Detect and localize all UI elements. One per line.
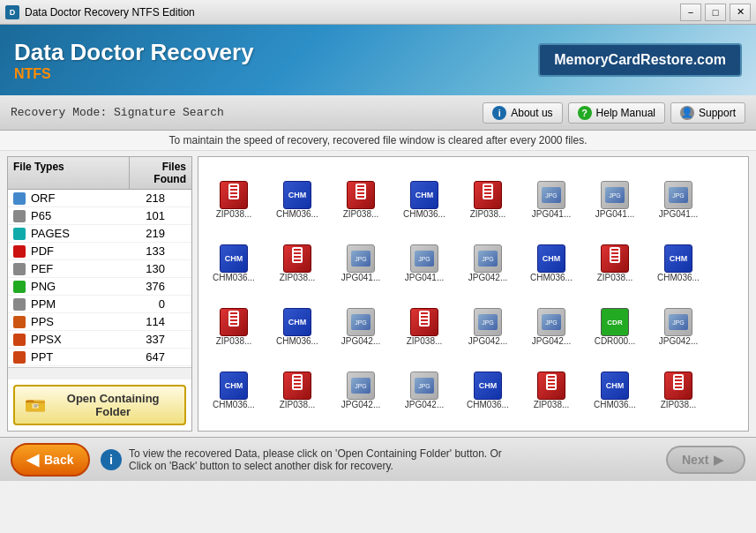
file-item[interactable]: JPG JPG042... (266, 415, 329, 432)
file-item-label: JPG041... (341, 273, 380, 283)
file-item[interactable]: CHM CHM036... (456, 351, 520, 415)
list-item[interactable]: P65 101 (8, 207, 191, 225)
open-folder-button[interactable]: Open Containing Folder (13, 385, 186, 425)
app-subtitle: NTFS (14, 66, 254, 82)
footer-info: i To view the recovered Data, please cli… (101, 447, 655, 472)
file-item[interactable]: CHM CHM036... (202, 224, 266, 288)
file-count: 218 (126, 190, 170, 206)
next-arrow-icon: ▶ (714, 453, 723, 467)
info-message: To maintain the speed of recovery, recov… (168, 134, 587, 146)
file-item[interactable]: JPG JPG041... (583, 161, 647, 224)
file-item[interactable]: DOC DOCX00... (329, 415, 393, 432)
file-item[interactable]: ZIP038... (266, 224, 329, 288)
file-item[interactable]: CDR CDR000... (583, 288, 647, 351)
file-item-label: ZIP038... (661, 400, 697, 410)
about-button[interactable]: i About us (483, 102, 562, 124)
file-item[interactable]: ZIP038... (202, 288, 266, 351)
list-item[interactable]: PPT 647 (8, 349, 191, 366)
file-item-label: CHM036... (403, 209, 445, 220)
file-table-header: File Types Files Found (8, 157, 191, 190)
chm-icon: CHM (664, 244, 692, 273)
file-item[interactable]: CHM CHM036... (266, 161, 329, 224)
file-item-label: CHM036... (276, 209, 318, 220)
list-item[interactable]: PPS 114 (8, 313, 191, 331)
file-type-name: P65 (27, 207, 126, 224)
list-item[interactable]: PNG 376 (8, 278, 191, 296)
help-button[interactable]: ? Help Manual (568, 102, 665, 124)
horizontal-scrollbar[interactable] (8, 367, 191, 379)
file-item[interactable]: CHM CHM036... (647, 224, 710, 288)
file-item[interactable]: PAG PAGES0... (393, 415, 456, 432)
file-item-label: ZIP038... (280, 273, 316, 283)
file-item-label: ZIP038... (216, 209, 252, 220)
file-type-icon (11, 245, 27, 258)
list-item[interactable]: PDF 133 (8, 243, 191, 260)
file-item[interactable]: ZIP038... (266, 351, 329, 415)
file-item[interactable]: CHM CHM036... (393, 161, 456, 224)
file-item-label: JPG042... (341, 400, 380, 410)
file-item[interactable]: JPG JPG042... (329, 351, 393, 415)
file-item-label: JPG041... (405, 273, 444, 283)
list-item[interactable]: PPM 0 (8, 296, 191, 313)
file-item[interactable]: ZIP038... (202, 161, 266, 224)
chm-icon: CHM (410, 181, 438, 209)
file-type-name: ORF (27, 190, 126, 206)
file-type-icon (11, 263, 27, 275)
file-item[interactable]: JPG JPG042... (329, 288, 393, 351)
file-type-icon (11, 351, 27, 364)
close-button[interactable]: ✕ (730, 4, 751, 21)
jpg-icon: JPG (474, 308, 502, 336)
file-item[interactable]: JPG JPG042... (456, 288, 520, 351)
back-button[interactable]: ◀ Back (11, 443, 90, 477)
file-item[interactable]: CHM CHM036... (520, 224, 583, 288)
maximize-button[interactable]: □ (705, 4, 726, 21)
file-item-label: CHM036... (213, 273, 255, 283)
jpg-icon: JPG (537, 308, 565, 336)
jpg-icon: JPG (664, 308, 692, 336)
file-item[interactable]: PPS PPSX001... (456, 415, 520, 432)
file-type-icon (11, 281, 27, 293)
file-item[interactable]: JPG JPG041... (393, 224, 456, 288)
file-item[interactable]: JPG JPG042... (393, 351, 456, 415)
col-found-header: Files Found (130, 157, 191, 189)
next-button[interactable]: Next ▶ (666, 446, 745, 474)
file-item[interactable]: JPG JPG041... (647, 161, 710, 224)
file-item[interactable]: JPG JPG042... (456, 224, 520, 288)
file-item[interactable]: ZIP038... (583, 224, 647, 288)
file-item[interactable]: ZIP038... (456, 161, 520, 224)
file-item[interactable]: PPT PPTX001... (520, 415, 583, 432)
file-grid[interactable]: ZIP038... CHM CHM036... ZIP038... CHM CH… (198, 156, 749, 432)
file-item[interactable]: JPG JPG041... (329, 224, 393, 288)
file-list[interactable]: ORF 218 P65 101 PAGES 219 PDF 133 PEF 13… (8, 190, 191, 367)
file-item[interactable]: XPS XPS001... (647, 415, 710, 432)
window-controls[interactable]: − □ ✕ (680, 4, 751, 21)
list-item[interactable]: PPSX 337 (8, 331, 191, 349)
file-item-label: CDR000... (595, 336, 636, 347)
back-label: Back (44, 453, 73, 467)
file-item[interactable]: CHM CHM036... (266, 288, 329, 351)
list-item[interactable]: PAGES 219 (8, 225, 191, 243)
list-item[interactable]: PEF 130 (8, 260, 191, 278)
file-item[interactable]: ZIP038... (647, 351, 710, 415)
support-button[interactable]: 👤 Support (670, 102, 745, 124)
file-item[interactable]: JPG JPG042... (647, 288, 710, 351)
file-item[interactable]: JPG JPG042... (202, 415, 266, 432)
file-item[interactable]: ZIP038... (393, 288, 456, 351)
file-item[interactable]: JPG JPG041... (520, 161, 583, 224)
file-item[interactable]: JPG JPG042... (520, 288, 583, 351)
file-item[interactable]: ZIP038... (329, 161, 393, 224)
jpg-icon: JPG (537, 181, 565, 209)
minimize-button[interactable]: − (680, 4, 701, 21)
list-item[interactable]: ORF 218 (8, 190, 191, 207)
zip-icon (220, 308, 248, 336)
footer: ◀ Back i To view the recovered Data, ple… (0, 437, 756, 481)
file-item[interactable]: CHM CHM036... (583, 351, 647, 415)
file-item[interactable]: ZIP038... (520, 351, 583, 415)
about-icon: i (492, 106, 506, 120)
recovery-mode-text: Recovery Mode: (11, 106, 107, 119)
file-item[interactable]: XLS XLSX002... (583, 415, 647, 432)
help-icon: ? (578, 106, 592, 120)
main-content: File Types Files Found ORF 218 P65 101 P… (0, 151, 756, 437)
footer-text-line1: To view the recovered Data, please click… (129, 447, 502, 460)
file-item[interactable]: CHM CHM036... (202, 351, 266, 415)
